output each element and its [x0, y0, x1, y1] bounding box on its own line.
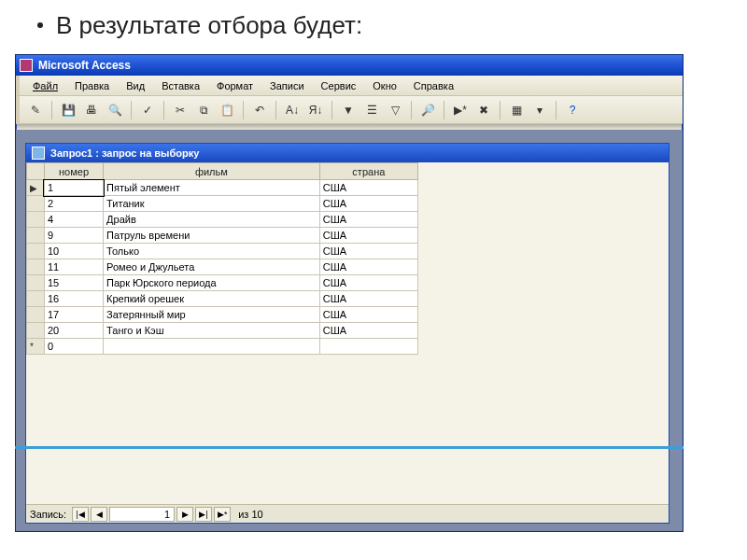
- menu-file[interactable]: Файл: [25, 78, 65, 93]
- main-titlebar[interactable]: Microsoft Access: [16, 55, 683, 76]
- new-object-button[interactable]: ▾: [529, 100, 550, 120]
- nav-label: Запись:: [30, 509, 66, 520]
- nav-prev-button[interactable]: ◀: [91, 507, 107, 522]
- apply-filter-button[interactable]: ▽: [385, 100, 405, 120]
- toolbar-sep: [163, 101, 164, 119]
- row-selector[interactable]: ▶: [27, 180, 45, 196]
- datagrid-wrap: номер фильм страна ▶1Пятый элементСША 2Т…: [26, 162, 669, 504]
- menu-service[interactable]: Сервис: [314, 78, 364, 93]
- toolbar-sep: [444, 101, 444, 119]
- menu-insert[interactable]: Вставка: [154, 78, 207, 93]
- copy-button[interactable]: ⧉: [193, 100, 214, 120]
- preview-button[interactable]: 🔍: [105, 100, 125, 120]
- bottom-accent-line: [15, 446, 684, 449]
- nav-new-button[interactable]: ▶*: [214, 507, 231, 522]
- toolbar-sep: [131, 101, 132, 119]
- toolbar-sep: [331, 101, 332, 119]
- sort-desc-button[interactable]: Я↓: [305, 100, 326, 120]
- col-number[interactable]: номер: [44, 163, 103, 180]
- table-row[interactable]: ▶1Пятый элементСША: [27, 180, 418, 196]
- menu-format[interactable]: Формат: [209, 78, 261, 93]
- undo-button[interactable]: ↶: [249, 100, 270, 120]
- col-film[interactable]: фильм: [104, 163, 320, 180]
- query-window: Запрос1 : запрос на выборку номер фильм …: [25, 143, 669, 524]
- table-row[interactable]: 16Крепкий орешекСША: [27, 291, 418, 307]
- delete-record-button[interactable]: ✖: [473, 100, 494, 120]
- header-row: номер фильм страна: [27, 163, 418, 180]
- toolbar-sep: [51, 101, 52, 119]
- table-row[interactable]: 10ТолькоСША: [27, 244, 418, 259]
- table-row[interactable]: 11Ромео и ДжульетаСША: [27, 259, 418, 275]
- new-row[interactable]: *0: [27, 339, 418, 355]
- slide-heading-text: В результате отбора будет:: [56, 11, 362, 39]
- toolbar: ✎ 💾 🖶 🔍 ✓ ✂ ⧉ 📋 ↶ A↓ Я↓ ▼ ☰ ▽ 🔎 ▶* ✖ ▦ ▾…: [16, 96, 683, 124]
- row-header-blank[interactable]: [27, 163, 45, 180]
- table-row[interactable]: 20Танго и КэшСША: [27, 323, 418, 339]
- bullet-icon: [37, 22, 43, 28]
- record-navigator: Запись: |◀ ◀ ▶ ▶| ▶* из 10: [26, 504, 669, 523]
- nav-of-label: из 10: [238, 509, 262, 520]
- toolbar-sep: [243, 101, 244, 119]
- spell-button[interactable]: ✓: [137, 100, 158, 120]
- access-app-icon: [20, 59, 33, 72]
- toolbar-sep: [275, 101, 276, 119]
- toolbar-sep: [556, 101, 557, 119]
- query-title-text: Запрос1 : запрос на выборку: [50, 147, 199, 159]
- filter-sel-button[interactable]: ▼: [338, 100, 359, 120]
- table-row[interactable]: 15 Парк Юрского периодаСША: [27, 275, 418, 291]
- slide-heading: В результате отбора будет:: [0, 0, 747, 49]
- db-window-button[interactable]: ▦: [506, 100, 527, 120]
- nav-last-button[interactable]: ▶|: [195, 507, 212, 522]
- table-row[interactable]: 17Затерянный мирСША: [27, 307, 418, 323]
- save-button[interactable]: 💾: [58, 100, 78, 120]
- menu-edit[interactable]: Правка: [67, 78, 117, 93]
- menu-bar: Файл Правка Вид Вставка Формат Записи Се…: [16, 76, 683, 96]
- cut-button[interactable]: ✂: [170, 100, 190, 120]
- col-country[interactable]: страна: [319, 163, 417, 180]
- menu-view[interactable]: Вид: [119, 78, 152, 93]
- nav-next-button[interactable]: ▶: [176, 507, 193, 522]
- menu-records[interactable]: Записи: [262, 78, 312, 93]
- app-title: Microsoft Access: [38, 59, 131, 72]
- find-button[interactable]: 🔎: [417, 100, 438, 120]
- query-icon: [32, 147, 45, 160]
- table-row[interactable]: 4ДрайвСША: [27, 212, 418, 228]
- sort-asc-button[interactable]: A↓: [282, 100, 303, 120]
- help-button[interactable]: ?: [562, 100, 583, 120]
- print-button[interactable]: 🖶: [81, 100, 102, 120]
- table-row[interactable]: 9Патруль времениСША: [27, 228, 418, 244]
- table-row[interactable]: 2ТитаникСША: [27, 196, 418, 212]
- nav-position-input[interactable]: [109, 507, 175, 522]
- toolbar-sep: [500, 101, 500, 119]
- datagrid[interactable]: номер фильм страна ▶1Пятый элементСША 2Т…: [26, 162, 418, 355]
- view-button[interactable]: ✎: [25, 100, 46, 120]
- new-record-button[interactable]: ▶*: [450, 100, 471, 120]
- menu-window[interactable]: Окно: [365, 78, 404, 93]
- mdi-client-area: Запрос1 : запрос на выборку номер фильм …: [16, 130, 683, 531]
- grid-empty-area: [26, 355, 669, 504]
- filter-form-button[interactable]: ☰: [361, 100, 382, 120]
- paste-button[interactable]: 📋: [217, 100, 237, 120]
- query-titlebar[interactable]: Запрос1 : запрос на выборку: [26, 144, 669, 162]
- menu-help[interactable]: Справка: [406, 78, 461, 93]
- nav-first-button[interactable]: |◀: [72, 507, 89, 522]
- access-app-window: Microsoft Access Файл Правка Вид Вставка…: [15, 54, 684, 532]
- toolbar-sep: [411, 101, 412, 119]
